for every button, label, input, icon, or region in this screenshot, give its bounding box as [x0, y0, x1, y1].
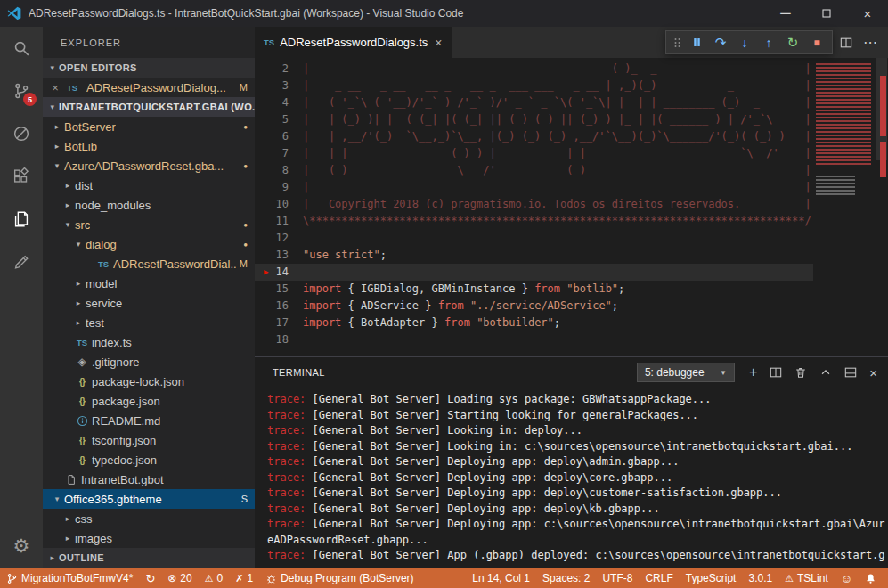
drag-handle-icon[interactable]: [671, 32, 683, 53]
tree-item-package-json[interactable]: {}package.json: [43, 391, 255, 411]
line-number: 3: [255, 78, 303, 94]
tree-item-src[interactable]: ▾src●: [43, 215, 255, 234]
tree-item-node-modules[interactable]: ▸node_modules: [43, 195, 255, 215]
tree-item-label: node_modules: [75, 199, 151, 212]
open-editors-header[interactable]: ▾ OPEN EDITORS: [43, 58, 255, 78]
workspace-header[interactable]: ▾ INTRANETBOTQUICKSTART.GBAI (WO...: [43, 97, 255, 117]
tree-item-dist[interactable]: ▸dist: [43, 176, 255, 195]
maximize-panel-button[interactable]: [819, 366, 832, 379]
terminal-output[interactable]: trace: [General Bot Server] Loading sys …: [255, 388, 888, 568]
split-editor-button[interactable]: [840, 37, 852, 49]
tree-item-test[interactable]: ▸test: [43, 313, 255, 332]
errors-status[interactable]: ⊗20: [161, 568, 198, 588]
code-line-12[interactable]: 12: [255, 230, 888, 247]
tree-item-typedoc-json[interactable]: {}typedoc.json: [43, 450, 255, 470]
step-into-button[interactable]: ↓: [734, 32, 755, 53]
code-line-10[interactable]: 10| Copyright 2018 (c) pragmatismo.io. T…: [255, 196, 888, 213]
tree-item-botlib[interactable]: ▸BotLib: [43, 136, 255, 156]
encoding[interactable]: UTF-8: [596, 568, 639, 588]
code-line-2[interactable]: 2| ( )_ _ |: [255, 61, 888, 78]
code-line-8[interactable]: 8| (_) \___/' (_) |: [255, 162, 888, 179]
code-line-6[interactable]: 6| | ,__/'(_) `\__,_)`\__, |(_) (_) (_) …: [255, 128, 888, 145]
close-button[interactable]: ×: [847, 0, 888, 27]
pause-button[interactable]: [686, 32, 707, 53]
debug-program-status[interactable]: Debug Program (BotServer): [259, 568, 420, 588]
tree-item-tsconfig-json[interactable]: {}tsconfig.json: [43, 430, 255, 450]
code-line-18[interactable]: 18: [255, 331, 888, 348]
code-text: | ( )_ _ |: [303, 61, 811, 78]
overview-ruler[interactable]: [876, 58, 888, 356]
maximize-button[interactable]: [806, 0, 847, 27]
tree-item-dialog[interactable]: ▾dialog●: [43, 234, 255, 254]
indentation[interactable]: Spaces: 2: [536, 568, 596, 588]
code-line-16[interactable]: 16import { ADService } from "../service/…: [255, 298, 888, 314]
tree-item-package-lock-json[interactable]: {}package-lock.json: [43, 372, 255, 391]
code-line-11[interactable]: 11\*************************************…: [255, 213, 888, 230]
panel-position-button[interactable]: [844, 366, 857, 379]
kill-terminal-button[interactable]: [794, 366, 807, 379]
eol-sequence[interactable]: CRLF: [639, 568, 679, 588]
sync-status[interactable]: ↻: [139, 568, 161, 588]
tree-item-label: service: [86, 297, 122, 310]
explorer-files-icon[interactable]: [0, 198, 43, 241]
tasks-status[interactable]: ✗1: [229, 568, 259, 588]
new-terminal-button[interactable]: +: [749, 365, 757, 380]
terminal-selector-dropdown[interactable]: 5: debuggee ▼: [637, 363, 735, 382]
minimap[interactable]: [813, 58, 876, 356]
tree-item-azureadpasswordreset-gba[interactable]: ▾AzureADPasswordReset.gba...●: [43, 156, 255, 176]
tree-item-readme-md[interactable]: README.md: [43, 411, 255, 430]
step-over-button[interactable]: ↷: [710, 32, 731, 53]
terminal-line: trace: [General Bot Server] Loading sys …: [267, 392, 888, 408]
warning-icon: ⚠: [205, 574, 214, 584]
tree-item-adresetpassworddial[interactable]: TSADResetPasswordDial...M: [43, 254, 255, 274]
code-line-17[interactable]: 17import { BotAdapter } from "botbuilder…: [255, 314, 888, 331]
notifications-bell[interactable]: [859, 568, 883, 588]
source-control-icon[interactable]: 5: [0, 69, 43, 112]
tree-item-gitignore[interactable]: ◈.gitignore: [43, 352, 255, 372]
edit-icon[interactable]: [0, 241, 43, 283]
settings-gear-icon[interactable]: ⚙: [0, 527, 43, 563]
more-actions-button[interactable]: ⋯: [863, 36, 877, 50]
code-line-14[interactable]: 14▶: [255, 264, 888, 281]
close-panel-button[interactable]: ×: [869, 366, 877, 380]
cursor-position[interactable]: Ln 14, Col 1: [466, 568, 536, 588]
code-editor[interactable]: 2| ( )_ _ |3| _ __ _ __ __ _ __ _ ___ __…: [255, 58, 888, 356]
split-terminal-button[interactable]: [770, 366, 782, 379]
version[interactable]: 3.0.1: [742, 568, 778, 588]
debug-icon[interactable]: [0, 112, 43, 155]
extensions-icon[interactable]: [0, 155, 43, 198]
tree-item-intranetbot-gbot[interactable]: IntranetBot.gbot: [43, 470, 255, 489]
tree-item-botserver[interactable]: ▸BotServer●: [43, 117, 255, 136]
tree-item-index-ts[interactable]: TSindex.ts: [43, 332, 255, 352]
code-line-5[interactable]: 5| | (_) )| | ( (_| |( (_| || ( ) ( ) ||…: [255, 111, 888, 128]
minimize-button[interactable]: ─: [765, 0, 806, 27]
status-item-label: 3.0.1: [748, 572, 772, 584]
outline-header[interactable]: ▸ OUTLINE: [43, 548, 255, 568]
code-line-4[interactable]: 4| ( '_`\ ( '__)/'_` ) /'_` )/' _ ` _ `\…: [255, 94, 888, 111]
restart-button[interactable]: ↻: [782, 32, 803, 53]
code-line-7[interactable]: 7| | | ( )_) | | | `\__/' |: [255, 145, 888, 162]
close-icon[interactable]: ×: [50, 81, 61, 94]
language-mode[interactable]: TypeScript: [680, 568, 743, 588]
warnings-status[interactable]: ⚠0: [199, 568, 230, 588]
git-branch-status[interactable]: MigrationToBotFmwV4*: [0, 568, 139, 588]
open-editor-item[interactable]: × TS ADResetPasswordDialog... M: [43, 78, 255, 97]
code-line-9[interactable]: 9| |: [255, 179, 888, 196]
feedback-smiley[interactable]: ☺: [835, 568, 859, 588]
tslint-status[interactable]: ⚠TSLint: [778, 568, 835, 588]
code-text: | | (_) )| | ( (_| |( (_| || ( ) ( ) || …: [303, 111, 811, 128]
code-line-13[interactable]: 13"use strict";: [255, 247, 888, 264]
step-out-button[interactable]: ↑: [758, 32, 779, 53]
tree-item-office365-gbtheme[interactable]: ▾Office365.gbthemeS: [43, 489, 255, 509]
code-line-3[interactable]: 3| _ __ _ __ __ _ __ _ ___ ___ _ __ | ,_…: [255, 78, 888, 94]
tree-item-model[interactable]: ▸model: [43, 274, 255, 293]
stop-button[interactable]: ■: [806, 32, 827, 53]
tree-item-service[interactable]: ▸service: [43, 293, 255, 313]
close-tab-icon[interactable]: ×: [435, 36, 442, 50]
terminal-tab[interactable]: TERMINAL: [273, 367, 325, 378]
tab-adresetpassworddialogs[interactable]: TS ADResetPasswordDialogs.ts ×: [255, 27, 452, 58]
tree-item-css[interactable]: ▸css: [43, 509, 255, 528]
search-icon[interactable]: [0, 27, 43, 69]
tree-item-images[interactable]: ▸images: [43, 528, 255, 548]
code-line-15[interactable]: 15import { IGBDialog, GBMinInstance } fr…: [255, 281, 888, 298]
